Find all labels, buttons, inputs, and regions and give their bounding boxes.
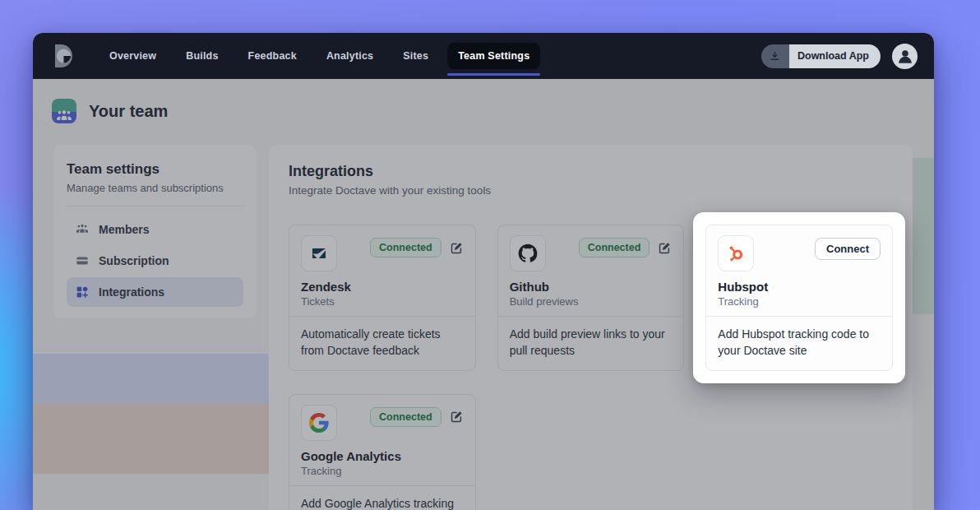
- doctave-logo-icon: [49, 42, 77, 70]
- integration-category: Tracking: [718, 295, 881, 308]
- hubspot-logo-icon: [718, 235, 754, 271]
- integration-description: Add Hubspot tracking code to your Doctav…: [706, 316, 892, 370]
- tab-sites[interactable]: Sites: [392, 43, 439, 69]
- page-content: Your team Team settings Manage teams and…: [33, 79, 934, 510]
- download-icon: [761, 44, 789, 68]
- tab-team-settings[interactable]: Team Settings: [447, 43, 540, 69]
- tab-feedback[interactable]: Feedback: [238, 43, 307, 69]
- connect-button[interactable]: Connect: [815, 238, 881, 260]
- integration-card-hubspot: Connect Hubspot Tracking Add Hubspot tra…: [705, 225, 893, 371]
- person-icon: [894, 45, 916, 67]
- tab-builds[interactable]: Builds: [175, 43, 229, 69]
- app-window: Overview Builds Feedback Analytics Sites…: [33, 33, 934, 510]
- nav-tabs: Overview Builds Feedback Analytics Sites…: [99, 43, 540, 69]
- integration-name: Hubspot: [718, 280, 881, 294]
- download-app-button[interactable]: Download App: [761, 44, 881, 68]
- tab-overview[interactable]: Overview: [99, 43, 167, 69]
- download-app-label: Download App: [789, 44, 881, 68]
- hubspot-spotlight: Connect Hubspot Tracking Add Hubspot tra…: [693, 212, 905, 383]
- top-navbar: Overview Builds Feedback Analytics Sites…: [33, 33, 934, 79]
- user-avatar[interactable]: [892, 44, 918, 69]
- tab-analytics[interactable]: Analytics: [316, 43, 384, 69]
